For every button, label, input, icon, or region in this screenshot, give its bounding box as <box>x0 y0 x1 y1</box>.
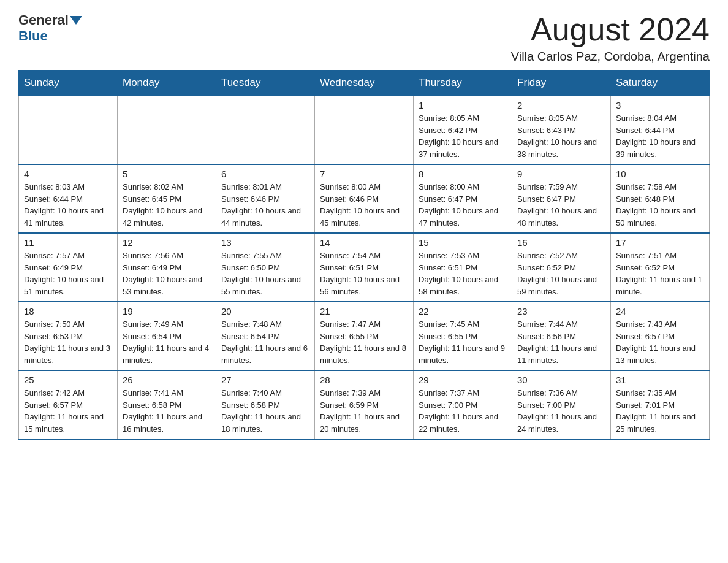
week-row-4: 18Sunrise: 7:50 AM Sunset: 6:53 PM Dayli… <box>19 302 710 370</box>
day-info: Sunrise: 8:03 AM Sunset: 6:44 PM Dayligh… <box>24 181 112 229</box>
day-number: 27 <box>221 375 309 385</box>
day-cell: 31Sunrise: 7:35 AM Sunset: 7:01 PM Dayli… <box>611 370 710 439</box>
day-cell: 9Sunrise: 7:59 AM Sunset: 6:47 PM Daylig… <box>512 164 611 233</box>
day-cell: 24Sunrise: 7:43 AM Sunset: 6:57 PM Dayli… <box>611 302 710 370</box>
day-info: Sunrise: 7:43 AM Sunset: 6:57 PM Dayligh… <box>616 318 704 366</box>
day-number: 7 <box>320 169 408 179</box>
page-header: General Blue August 2024 Villa Carlos Pa… <box>18 12 710 64</box>
day-info: Sunrise: 7:44 AM Sunset: 6:56 PM Dayligh… <box>517 318 605 366</box>
day-info: Sunrise: 7:40 AM Sunset: 6:58 PM Dayligh… <box>221 387 309 435</box>
day-number: 5 <box>123 169 211 179</box>
day-info: Sunrise: 8:05 AM Sunset: 6:42 PM Dayligh… <box>419 112 507 160</box>
day-cell: 4Sunrise: 8:03 AM Sunset: 6:44 PM Daylig… <box>19 164 118 233</box>
day-cell: 22Sunrise: 7:45 AM Sunset: 6:55 PM Dayli… <box>414 302 512 370</box>
day-info: Sunrise: 7:51 AM Sunset: 6:52 PM Dayligh… <box>616 250 704 297</box>
day-number: 13 <box>221 237 309 248</box>
day-number: 18 <box>24 306 112 316</box>
day-info: Sunrise: 7:45 AM Sunset: 6:55 PM Dayligh… <box>419 318 507 366</box>
day-cell: 3Sunrise: 8:04 AM Sunset: 6:44 PM Daylig… <box>611 96 710 164</box>
day-number: 8 <box>419 169 507 179</box>
day-cell: 17Sunrise: 7:51 AM Sunset: 6:52 PM Dayli… <box>611 233 710 302</box>
col-sunday: Sunday <box>19 71 118 96</box>
day-info: Sunrise: 7:59 AM Sunset: 6:47 PM Dayligh… <box>517 181 605 229</box>
day-number: 23 <box>517 306 605 316</box>
day-number: 26 <box>123 375 211 385</box>
week-row-1: 1Sunrise: 8:05 AM Sunset: 6:42 PM Daylig… <box>19 96 710 164</box>
col-wednesday: Wednesday <box>315 71 414 96</box>
day-number: 10 <box>616 169 704 179</box>
day-number: 21 <box>320 306 408 316</box>
logo-general-text: General <box>18 12 69 28</box>
logo-arrow-icon <box>70 16 82 25</box>
day-info: Sunrise: 7:35 AM Sunset: 7:01 PM Dayligh… <box>616 387 704 435</box>
col-saturday: Saturday <box>611 71 710 96</box>
day-info: Sunrise: 7:57 AM Sunset: 6:49 PM Dayligh… <box>24 250 112 297</box>
day-cell <box>118 96 216 164</box>
day-number: 25 <box>24 375 112 385</box>
day-cell <box>19 96 118 164</box>
day-info: Sunrise: 7:39 AM Sunset: 6:59 PM Dayligh… <box>320 387 408 435</box>
day-cell: 1Sunrise: 8:05 AM Sunset: 6:42 PM Daylig… <box>414 96 512 164</box>
day-cell: 12Sunrise: 7:56 AM Sunset: 6:49 PM Dayli… <box>118 233 216 302</box>
day-info: Sunrise: 7:41 AM Sunset: 6:58 PM Dayligh… <box>123 387 211 435</box>
day-cell: 5Sunrise: 8:02 AM Sunset: 6:45 PM Daylig… <box>118 164 216 233</box>
day-number: 15 <box>419 237 507 248</box>
day-cell: 26Sunrise: 7:41 AM Sunset: 6:58 PM Dayli… <box>118 370 216 439</box>
day-cell: 10Sunrise: 7:58 AM Sunset: 6:48 PM Dayli… <box>611 164 710 233</box>
logo-blue-text: Blue <box>18 28 48 44</box>
day-number: 17 <box>616 237 704 248</box>
day-cell: 30Sunrise: 7:36 AM Sunset: 7:00 PM Dayli… <box>512 370 611 439</box>
day-cell: 27Sunrise: 7:40 AM Sunset: 6:58 PM Dayli… <box>216 370 315 439</box>
day-cell: 11Sunrise: 7:57 AM Sunset: 6:49 PM Dayli… <box>19 233 118 302</box>
day-info: Sunrise: 7:37 AM Sunset: 7:00 PM Dayligh… <box>419 387 507 435</box>
day-number: 12 <box>123 237 211 248</box>
day-cell: 7Sunrise: 8:00 AM Sunset: 6:46 PM Daylig… <box>315 164 414 233</box>
day-cell <box>216 96 315 164</box>
day-info: Sunrise: 7:53 AM Sunset: 6:51 PM Dayligh… <box>419 250 507 297</box>
day-info: Sunrise: 7:56 AM Sunset: 6:49 PM Dayligh… <box>123 250 211 297</box>
day-cell: 25Sunrise: 7:42 AM Sunset: 6:57 PM Dayli… <box>19 370 118 439</box>
day-info: Sunrise: 7:55 AM Sunset: 6:50 PM Dayligh… <box>221 250 309 297</box>
day-info: Sunrise: 7:50 AM Sunset: 6:53 PM Dayligh… <box>24 318 112 366</box>
title-area: August 2024 Villa Carlos Paz, Cordoba, A… <box>511 12 710 64</box>
day-number: 29 <box>419 375 507 385</box>
day-number: 3 <box>616 100 704 110</box>
day-cell <box>315 96 414 164</box>
day-info: Sunrise: 7:58 AM Sunset: 6:48 PM Dayligh… <box>616 181 704 229</box>
day-info: Sunrise: 7:47 AM Sunset: 6:55 PM Dayligh… <box>320 318 408 366</box>
location: Villa Carlos Paz, Cordoba, Argentina <box>511 50 710 64</box>
day-cell: 23Sunrise: 7:44 AM Sunset: 6:56 PM Dayli… <box>512 302 611 370</box>
day-info: Sunrise: 8:00 AM Sunset: 6:46 PM Dayligh… <box>320 181 408 229</box>
day-number: 24 <box>616 306 704 316</box>
day-cell: 2Sunrise: 8:05 AM Sunset: 6:43 PM Daylig… <box>512 96 611 164</box>
col-monday: Monday <box>118 71 216 96</box>
week-row-2: 4Sunrise: 8:03 AM Sunset: 6:44 PM Daylig… <box>19 164 710 233</box>
day-info: Sunrise: 8:05 AM Sunset: 6:43 PM Dayligh… <box>517 112 605 160</box>
day-cell: 6Sunrise: 8:01 AM Sunset: 6:46 PM Daylig… <box>216 164 315 233</box>
col-tuesday: Tuesday <box>216 71 315 96</box>
day-number: 19 <box>123 306 211 316</box>
day-cell: 13Sunrise: 7:55 AM Sunset: 6:50 PM Dayli… <box>216 233 315 302</box>
day-cell: 20Sunrise: 7:48 AM Sunset: 6:54 PM Dayli… <box>216 302 315 370</box>
day-cell: 8Sunrise: 8:00 AM Sunset: 6:47 PM Daylig… <box>414 164 512 233</box>
col-friday: Friday <box>512 71 611 96</box>
col-thursday: Thursday <box>414 71 512 96</box>
day-number: 30 <box>517 375 605 385</box>
day-cell: 28Sunrise: 7:39 AM Sunset: 6:59 PM Dayli… <box>315 370 414 439</box>
day-info: Sunrise: 7:48 AM Sunset: 6:54 PM Dayligh… <box>221 318 309 366</box>
day-cell: 16Sunrise: 7:52 AM Sunset: 6:52 PM Dayli… <box>512 233 611 302</box>
day-number: 2 <box>517 100 605 110</box>
day-number: 20 <box>221 306 309 316</box>
day-number: 28 <box>320 375 408 385</box>
day-info: Sunrise: 8:02 AM Sunset: 6:45 PM Dayligh… <box>123 181 211 229</box>
calendar-table: Sunday Monday Tuesday Wednesday Thursday… <box>18 70 710 440</box>
day-info: Sunrise: 7:36 AM Sunset: 7:00 PM Dayligh… <box>517 387 605 435</box>
day-number: 11 <box>24 237 112 248</box>
day-info: Sunrise: 8:01 AM Sunset: 6:46 PM Dayligh… <box>221 181 309 229</box>
day-cell: 14Sunrise: 7:54 AM Sunset: 6:51 PM Dayli… <box>315 233 414 302</box>
month-title: August 2024 <box>511 12 710 47</box>
day-cell: 21Sunrise: 7:47 AM Sunset: 6:55 PM Dayli… <box>315 302 414 370</box>
day-info: Sunrise: 7:49 AM Sunset: 6:54 PM Dayligh… <box>123 318 211 366</box>
day-info: Sunrise: 8:04 AM Sunset: 6:44 PM Dayligh… <box>616 112 704 160</box>
logo: General Blue <box>18 12 83 44</box>
